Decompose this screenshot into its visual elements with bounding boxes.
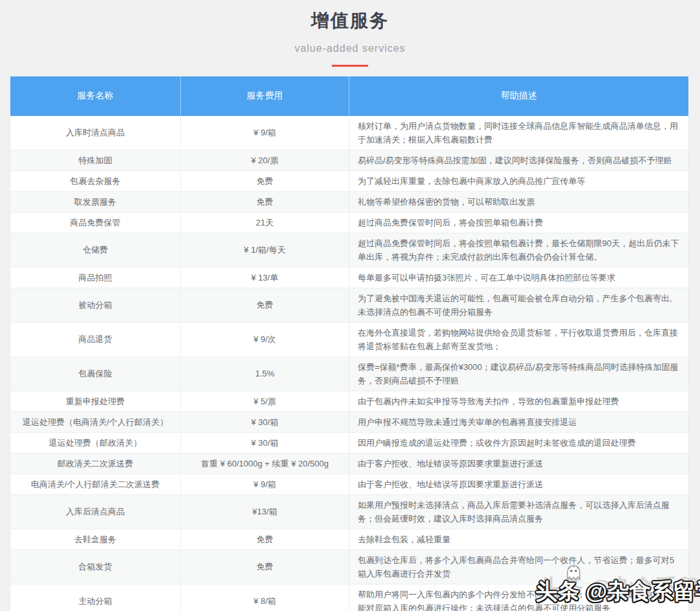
service-fee-cell: ¥ 30/箱 xyxy=(181,411,349,432)
service-fee-cell: 免费 xyxy=(181,549,349,584)
service-desc-cell: 由于客户拒收、地址错误等原因要求重新进行派送 xyxy=(349,474,689,494)
service-fee-cell: 免费 xyxy=(181,191,349,212)
page-header: 增值服务 value-added services xyxy=(0,0,700,67)
service-desc-cell: 保费=保额*费率，最高保价¥3000；建议易碎品/易变形等特殊商品同时选择特殊加… xyxy=(349,356,689,391)
service-name-cell: 入库时清点商品 xyxy=(10,116,181,150)
service-desc-cell: 礼物等希望价格保密的货物，可以帮助取出发票 xyxy=(349,191,689,212)
table-header-row: 服务名称 服务费用 帮助描述 xyxy=(10,76,689,116)
service-fee-cell: ¥13/箱 xyxy=(181,494,349,529)
service-desc-cell: 用户申报不规范导致未通过海关审单的包裹将直接安排退运 xyxy=(349,411,689,432)
table-row: 取发票服务 免费 礼物等希望价格保密的货物，可以帮助取出发票 xyxy=(10,191,689,212)
service-name-cell: 主动分箱 xyxy=(10,584,181,611)
service-fee-cell: 免费 xyxy=(181,288,349,322)
service-name-cell: 重新申报处理费 xyxy=(10,391,181,411)
header-cell-service-fee: 服务费用 xyxy=(181,76,349,116)
service-name-cell: 包裹去杂服务 xyxy=(10,170,181,191)
service-desc-cell: 每单最多可以申请拍摄3张照片，可在工单中说明具体拍照部位等要求 xyxy=(349,267,689,288)
service-name-cell: 商品拍照 xyxy=(10,267,181,288)
service-fee-cell: 免费 xyxy=(181,529,349,549)
service-name-cell: 包裹保险 xyxy=(10,356,181,391)
service-fee-cell: ¥ 1/箱/每天 xyxy=(181,233,349,267)
table-row: 去鞋盒服务 免费 去除鞋盒包装，减轻重量 xyxy=(10,529,689,549)
table-row: 重新申报处理费 ¥ 5/票 由于包裹内件未如实申报等导致海关扣件，导致的包裹重新… xyxy=(10,391,689,411)
table-row: 商品免费保管 21天 超过商品免费保管时间后，将会按照单箱包裹计费 xyxy=(10,212,689,233)
service-name-cell: 商品退货 xyxy=(10,322,181,356)
watermark-text: 头条 @杂食系留学 xyxy=(535,579,700,603)
table-row: 特殊加固 ¥ 20/票 易碎品/易变形等特殊商品按需加固，建议同时选择保险服务，… xyxy=(10,150,689,170)
service-fee-cell: ¥ 8/箱 xyxy=(181,584,349,611)
ghost-icon xyxy=(564,564,583,582)
service-fee-cell: 首重 ¥ 60/1000g + 续重 ¥ 20/500g xyxy=(181,453,349,474)
service-name-cell: 合箱发货 xyxy=(10,549,181,584)
service-desc-cell: 去除鞋盒包装，减轻重量 xyxy=(349,529,689,549)
table-row: 入库时清点商品 ¥ 9/箱 核对订单，为用户清点货物数量，同时连接全球商品信息库… xyxy=(10,116,689,150)
service-fee-cell: ¥ 13/单 xyxy=(181,267,349,288)
table-row: 仓储费 ¥ 1/箱/每天 超过商品免费保管时间后，将会按照单箱包裹计费，最长仓储… xyxy=(10,233,689,267)
table-row: 包裹保险 1.5% 保费=保额*费率，最高保价¥3000；建议易碎品/易变形等特… xyxy=(10,356,689,391)
service-desc-cell: 如果用户预报时未选择清点，商品入库后需要补选清点服务，可以选择入库后清点服务；但… xyxy=(349,494,689,529)
service-fee-cell: ¥ 5/票 xyxy=(181,391,349,411)
service-desc-cell: 因用户瞒报造成的退运处理费；或收件方原因超时未签收造成的退回处理费 xyxy=(349,432,689,453)
service-desc-cell: 由于客户拒收、地址错误等原因要求重新进行派送 xyxy=(349,453,689,474)
service-fee-cell: 21天 xyxy=(181,212,349,233)
page-title: 增值服务 xyxy=(0,8,700,33)
title-divider xyxy=(332,65,368,67)
table-row: 被动分箱 免费 为了避免被中国海关退运的可能性，包裹可能会被仓库自动分箱，产生多… xyxy=(10,288,689,322)
service-name-cell: 商品免费保管 xyxy=(10,212,181,233)
service-fee-cell: 免费 xyxy=(181,170,349,191)
service-name-cell: 特殊加固 xyxy=(10,150,181,170)
service-desc-cell: 为了避免被中国海关退运的可能性，包裹可能会被仓库自动分箱，产生多个包裹寄出, 未… xyxy=(349,288,689,322)
service-desc-cell: 为了减轻出库重量，去除包裹中商家放入的商品推广宣传单等 xyxy=(349,170,689,191)
table-row: 电商清关/个人行邮清关二次派送费 ¥ 9/箱 由于客户拒收、地址错误等原因要求重… xyxy=(10,474,689,494)
service-fee-cell: ¥ 9/次 xyxy=(181,322,349,356)
service-desc-cell: 易碎品/易变形等特殊商品按需加固，建议同时选择保险服务，否则商品破损不予理赔 xyxy=(349,150,689,170)
service-fee-cell: 1.5% xyxy=(181,356,349,391)
service-name-cell: 取发票服务 xyxy=(10,191,181,212)
service-name-cell: 去鞋盒服务 xyxy=(10,529,181,549)
service-name-cell: 电商清关/个人行邮清关二次派送费 xyxy=(10,474,181,494)
table-row: 退运处理费（电商清关/个人行邮清关） ¥ 30/箱 用户申报不规范导致未通过海关… xyxy=(10,411,689,432)
watermark: 头条 @杂食系留学 xyxy=(535,577,700,606)
table-row: 退运处理费（邮政清关） ¥ 30/箱 因用户瞒报造成的退运处理费；或收件方原因超… xyxy=(10,432,689,453)
service-name-cell: 入库后清点商品 xyxy=(10,494,181,529)
table-body: 入库时清点商品 ¥ 9/箱 核对订单，为用户清点货物数量，同时连接全球商品信息库… xyxy=(10,116,689,611)
service-name-cell: 退运处理费（电商清关/个人行邮清关） xyxy=(10,411,181,432)
service-desc-cell: 由于包裹内件未如实申报等导致海关扣件，导致的包裹重新申报处理费 xyxy=(349,391,689,411)
service-desc-cell: 超过商品免费保管时间后，将会按照单箱包裹计费 xyxy=(349,212,689,233)
table-row: 入库后清点商品 ¥13/箱 如果用户预报时未选择清点，商品入库后需要补选清点服务… xyxy=(10,494,689,529)
page-subtitle: value-added services xyxy=(0,43,700,54)
service-name-cell: 邮政清关二次派送费 xyxy=(10,453,181,474)
service-desc-cell: 核对订单，为用户清点货物数量，同时连接全球商品信息库智能生成商品清单信息，用于加… xyxy=(349,116,689,150)
service-fee-cell: ¥ 20/票 xyxy=(181,150,349,170)
header-cell-service-name: 服务名称 xyxy=(10,76,181,116)
service-desc-cell: 在海外仓直接退货，若购物网站提供给会员退货标签，平行收取退货费用后，仓库直接将退… xyxy=(349,322,689,356)
service-fee-cell: ¥ 9/箱 xyxy=(181,474,349,494)
value-added-services-table: 服务名称 服务费用 帮助描述 入库时清点商品 ¥ 9/箱 核对订单，为用户清点货… xyxy=(10,76,689,611)
service-name-cell: 仓储费 xyxy=(10,233,181,267)
table-row: 商品退货 ¥ 9/次 在海外仓直接退货，若购物网站提供给会员退货标签，平行收取退… xyxy=(10,322,689,356)
header-cell-help-description: 帮助描述 xyxy=(349,76,689,116)
table-row: 商品拍照 ¥ 13/单 每单最多可以申请拍摄3张照片，可在工单中说明具体拍照部位… xyxy=(10,267,689,288)
service-fee-cell: ¥ 30/箱 xyxy=(181,432,349,453)
service-name-cell: 退运处理费（邮政清关） xyxy=(10,432,181,453)
table-row: 邮政清关二次派送费 首重 ¥ 60/1000g + 续重 ¥ 20/500g 由… xyxy=(10,453,689,474)
service-fee-cell: ¥ 9/箱 xyxy=(181,116,349,150)
service-name-cell: 被动分箱 xyxy=(10,288,181,322)
service-desc-cell: 超过商品免费保管时间后，将会按照单箱包裹计费，最长仓储期限90天，超出后仍未下单… xyxy=(349,233,689,267)
table-row: 包裹去杂服务 免费 为了减轻出库重量，去除包裹中商家放入的商品推广宣传单等 xyxy=(10,170,689,191)
